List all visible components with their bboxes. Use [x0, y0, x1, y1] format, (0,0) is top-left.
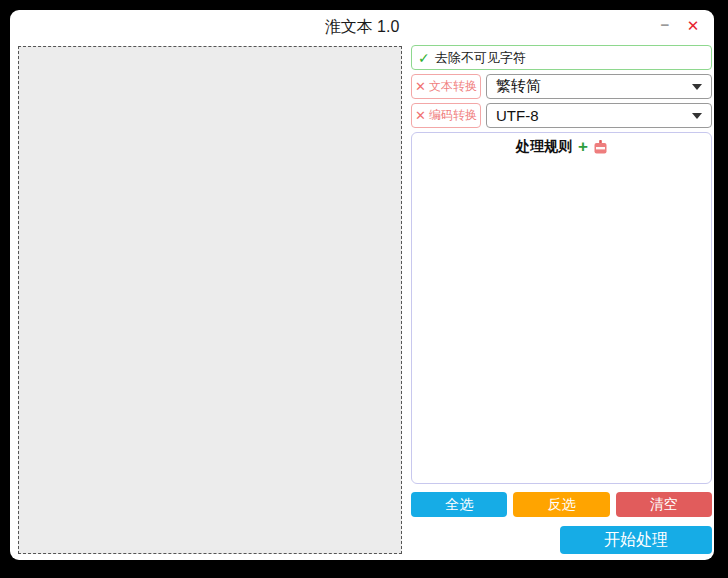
option-text-convert-label: 文本转换 — [429, 78, 477, 95]
encoding-convert-value: UTF-8 — [496, 107, 692, 124]
minimize-button[interactable]: − — [656, 16, 674, 36]
options-panel: ✓ 去除不可见字符 ✕ 文本转换 繁转简 ✕ 编码转换 UTF-8 — [411, 45, 712, 554]
option-remove-invisible[interactable]: ✓ 去除不可见字符 — [411, 45, 712, 70]
rules-header-label: 处理规则 — [516, 138, 572, 156]
chevron-down-icon — [692, 113, 702, 119]
titlebar: 淮文本 1.0 − ✕ — [10, 10, 714, 44]
select-all-button[interactable]: 全选 — [411, 492, 507, 517]
window-title: 淮文本 1.0 — [10, 17, 714, 38]
x-icon: ✕ — [415, 108, 426, 123]
option-text-convert[interactable]: ✕ 文本转换 — [411, 74, 481, 99]
option-encoding-convert[interactable]: ✕ 编码转换 — [411, 103, 481, 128]
clear-button[interactable]: 清空 — [616, 492, 712, 517]
add-rule-icon[interactable]: + — [578, 140, 588, 154]
start-processing-button[interactable]: 开始处理 — [560, 526, 712, 554]
start-row: 开始处理 — [411, 526, 712, 554]
option-remove-invisible-label: 去除不可见字符 — [435, 49, 526, 67]
text-convert-select[interactable]: 繁转简 — [486, 74, 712, 99]
text-convert-value: 繁转简 — [496, 77, 692, 96]
invert-selection-button[interactable]: 反选 — [513, 492, 609, 517]
rules-list[interactable]: 处理规则 + — [411, 132, 712, 484]
encoding-convert-select[interactable]: UTF-8 — [486, 103, 712, 128]
option-encoding-convert-label: 编码转换 — [429, 107, 477, 124]
clear-rules-icon[interactable] — [594, 140, 607, 154]
window-controls: − ✕ — [656, 16, 702, 36]
check-icon: ✓ — [418, 50, 430, 66]
close-button[interactable]: ✕ — [684, 16, 702, 36]
chevron-down-icon — [692, 84, 702, 90]
file-drop-zone[interactable] — [18, 46, 402, 554]
rules-header: 处理规则 + — [412, 138, 711, 156]
selection-buttons: 全选 反选 清空 — [411, 492, 712, 517]
x-icon: ✕ — [415, 79, 426, 94]
app-window: 淮文本 1.0 − ✕ ✓ 去除不可见字符 ✕ 文本转换 繁转简 — [10, 10, 714, 560]
